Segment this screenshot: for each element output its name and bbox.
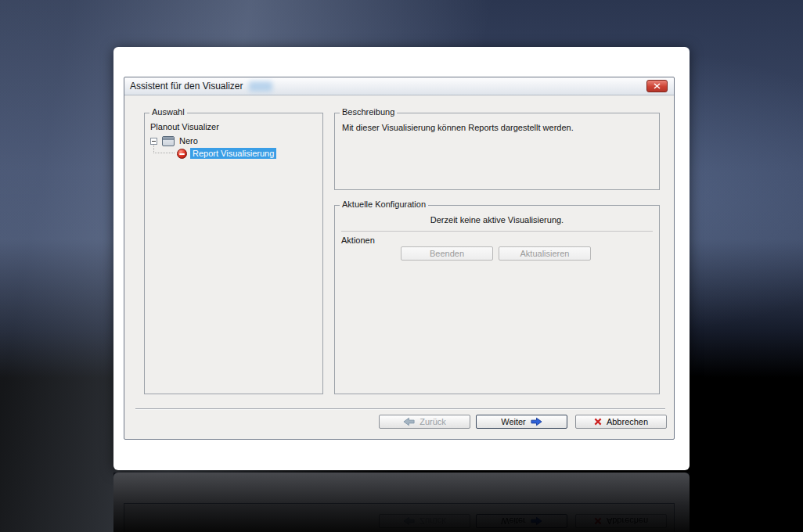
weiter-button[interactable]: Weiter xyxy=(476,415,567,429)
beenden-button[interactable]: Beenden xyxy=(401,246,493,261)
dialog-title: Assistent für den Visualizer xyxy=(130,81,243,92)
tree-item-report[interactable]: Report Visualisierung xyxy=(177,147,276,160)
red-sphere-icon xyxy=(177,149,187,159)
right-arrow-icon xyxy=(531,417,542,426)
description-text: Mit dieser Visualisierung können Reports… xyxy=(342,123,654,132)
tree-item-nero[interactable]: Nero xyxy=(150,135,198,147)
zurueck-button-label: Zurück xyxy=(420,417,446,426)
konfiguration-group-label: Aktuelle Konfiguration xyxy=(340,200,428,209)
wizard-dialog: Assistent für den Visualizer Auswahl Pla… xyxy=(124,77,675,440)
desktop-background: { "window": { "title": "Assistent für de… xyxy=(0,0,803,532)
footer-divider xyxy=(135,408,665,409)
presentation-panel: Assistent für den Visualizer Auswahl Pla… xyxy=(113,47,690,470)
beschreibung-group: Beschreibung Mit dieser Visualisierung k… xyxy=(334,113,660,190)
tree-item-nero-label: Nero xyxy=(179,136,198,146)
auswahl-group: Auswahl Planout Visualizer Nero Report V… xyxy=(144,113,323,394)
reflection-fade xyxy=(113,473,690,532)
abbrechen-button-label: Abbrechen xyxy=(607,417,648,426)
aktionen-label: Aktionen xyxy=(341,235,375,245)
config-status-text: Derzeit keine aktive Visualisierung. xyxy=(335,215,659,225)
tree-item-report-label[interactable]: Report Visualisierung xyxy=(190,148,276,159)
aktualisieren-button[interactable]: Aktualisieren xyxy=(499,246,591,261)
config-divider xyxy=(341,231,653,232)
weiter-button-label: Weiter xyxy=(501,417,526,426)
redacted-blur xyxy=(249,81,272,92)
tree-expand-icon[interactable] xyxy=(150,138,157,145)
close-icon xyxy=(654,83,661,89)
zurueck-button[interactable]: Zurück xyxy=(379,415,470,429)
left-arrow-icon xyxy=(403,417,415,426)
konfiguration-group: Aktuelle Konfiguration Derzeit keine akt… xyxy=(334,205,660,394)
reflection: Zurück Weiter Abbrechen xyxy=(113,473,690,532)
close-button[interactable] xyxy=(646,80,668,92)
tree-root-label[interactable]: Planout Visualizer xyxy=(150,122,219,131)
beschreibung-group-label: Beschreibung xyxy=(340,107,397,117)
title-bar[interactable]: Assistent für den Visualizer xyxy=(124,77,674,95)
window-icon xyxy=(162,136,175,146)
cancel-x-icon xyxy=(594,418,602,426)
auswahl-group-label: Auswahl xyxy=(149,107,187,117)
abbrechen-button[interactable]: Abbrechen xyxy=(575,415,667,429)
